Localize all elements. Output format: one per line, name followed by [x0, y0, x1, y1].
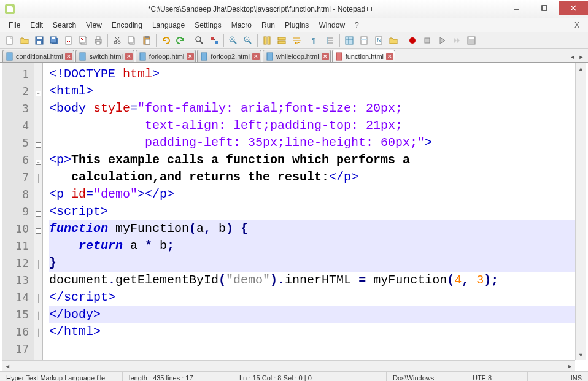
- code-line[interactable]: padding-left: 35px;line-height: 60px;">: [49, 134, 586, 152]
- replace-icon[interactable]: [207, 34, 221, 47]
- save-icon[interactable]: [33, 34, 46, 47]
- line-number: 7: [2, 169, 29, 186]
- close-file-icon[interactable]: [62, 34, 75, 47]
- stop-macro-icon[interactable]: [420, 34, 434, 47]
- fold-marker[interactable]: −: [34, 152, 42, 169]
- tab-label: whileloop.html: [276, 53, 319, 60]
- tab-close-icon[interactable]: ✕: [125, 53, 133, 60]
- maximize-button[interactable]: [530, 1, 559, 15]
- zoom-out-icon[interactable]: [241, 34, 255, 47]
- cut-icon[interactable]: [110, 34, 124, 47]
- zoom-in-icon[interactable]: [226, 34, 240, 47]
- code-line[interactable]: text-align: left;padding-top: 21px;: [49, 117, 586, 134]
- svg-rect-52: [346, 37, 353, 44]
- save-macro-icon[interactable]: [465, 34, 478, 47]
- sync-h-icon[interactable]: [275, 34, 288, 47]
- tab-close-icon[interactable]: ✕: [187, 53, 194, 60]
- redo-icon[interactable]: [174, 34, 187, 47]
- code-area[interactable]: <!DOCTYPE html><html><body style="font-f…: [43, 63, 586, 371]
- code-line[interactable]: <!DOCTYPE html>: [49, 66, 586, 83]
- code-line[interactable]: </body>: [49, 306, 586, 323]
- undo-icon[interactable]: [159, 34, 172, 47]
- scroll-right-icon[interactable]: ►: [565, 361, 575, 371]
- code-line[interactable]: return a * b;: [49, 237, 586, 255]
- horizontal-scrollbar[interactable]: ◄ ►: [2, 360, 575, 371]
- doc-map-icon[interactable]: [357, 34, 371, 47]
- toolbar-separator: [403, 34, 403, 47]
- paste-icon[interactable]: [140, 34, 153, 47]
- tab-switch[interactable]: switch.html✕: [75, 50, 134, 62]
- tab-close-icon[interactable]: ✕: [386, 53, 393, 60]
- menu-plugins[interactable]: Plugins: [280, 20, 314, 31]
- code-line[interactable]: [49, 341, 586, 358]
- close-button[interactable]: [559, 1, 588, 15]
- print-icon[interactable]: [91, 34, 105, 47]
- lang-icon[interactable]: [342, 34, 356, 47]
- window-title: *C:\Users\Sandeep Jha\Desktop\javascript…: [20, 5, 502, 13]
- fold-marker[interactable]: −: [34, 203, 42, 220]
- code-line[interactable]: <body style="font-family: arial;font-siz…: [49, 100, 586, 117]
- scroll-left-icon[interactable]: ◄: [2, 361, 13, 371]
- code-line[interactable]: </script>: [49, 289, 586, 306]
- tab-forloop2[interactable]: forloop2.html✕: [197, 50, 261, 62]
- svg-rect-63: [7, 53, 12, 60]
- menu-macro[interactable]: Macro: [226, 20, 257, 31]
- close-all-icon[interactable]: [77, 34, 90, 47]
- svg-rect-41: [264, 37, 266, 44]
- new-file-icon[interactable]: [3, 34, 17, 47]
- menu-view[interactable]: View: [81, 20, 107, 31]
- save-all-icon[interactable]: [47, 34, 61, 47]
- scroll-up-icon[interactable]: ▲: [576, 63, 586, 74]
- code-line[interactable]: calculation,and returns the result:</p>: [49, 169, 586, 186]
- code-line[interactable]: <html>: [49, 83, 586, 100]
- code-line[interactable]: function myFunction(a, b) {: [49, 220, 586, 237]
- func-list-icon[interactable]: fx: [372, 34, 385, 47]
- play-multi-icon[interactable]: [450, 34, 463, 47]
- open-file-icon[interactable]: [18, 34, 31, 47]
- code-line[interactable]: </html>: [49, 323, 586, 341]
- copy-icon[interactable]: [125, 34, 139, 47]
- menu-encoding[interactable]: Encoding: [107, 20, 147, 31]
- fold-marker[interactable]: −: [34, 134, 42, 152]
- wrap-icon[interactable]: [290, 34, 303, 47]
- code-line[interactable]: <p id="demo"></p>: [49, 186, 586, 203]
- code-line[interactable]: }: [49, 255, 586, 272]
- menu-edit[interactable]: Edit: [25, 20, 48, 31]
- fold-marker[interactable]: −: [34, 83, 42, 100]
- menu-search[interactable]: Search: [48, 20, 81, 31]
- tab-close-icon[interactable]: ✕: [65, 53, 72, 60]
- code-line[interactable]: <script>: [49, 203, 586, 220]
- fold-marker[interactable]: −: [34, 220, 42, 237]
- sync-v-icon[interactable]: [260, 34, 274, 47]
- menu-help[interactable]: ?: [350, 20, 364, 31]
- minimize-button[interactable]: [502, 1, 530, 15]
- folder-tree-icon[interactable]: [387, 34, 400, 47]
- tab-label: conditional.html: [16, 53, 63, 60]
- tab-close-icon[interactable]: ✕: [252, 53, 260, 60]
- menu-window[interactable]: Window: [314, 20, 350, 31]
- menubar-close-icon[interactable]: X: [570, 21, 584, 29]
- tab-function[interactable]: function.html✕: [332, 50, 395, 62]
- record-macro-icon[interactable]: [406, 34, 419, 47]
- find-icon[interactable]: [193, 34, 206, 47]
- tab-bar: conditional.html✕ switch.html✕ forloop.h…: [0, 49, 588, 63]
- tab-forloop[interactable]: forloop.html✕: [136, 50, 196, 62]
- tab-conditional[interactable]: conditional.html✕: [2, 50, 74, 62]
- code-line[interactable]: <p>This example calls a function which p…: [49, 152, 586, 169]
- tab-nav-left-icon[interactable]: ◄: [568, 52, 577, 62]
- menu-settings[interactable]: Settings: [190, 20, 226, 31]
- vertical-scrollbar[interactable]: ▲ ▼: [575, 63, 586, 360]
- tab-close-icon[interactable]: ✕: [322, 53, 329, 60]
- show-chars-icon[interactable]: ¶: [309, 34, 322, 47]
- menu-run[interactable]: Run: [257, 20, 280, 31]
- menu-file[interactable]: File: [4, 20, 25, 31]
- code-line[interactable]: document.getElementById("demo").innerHTM…: [49, 272, 586, 289]
- tab-nav-right-icon[interactable]: ►: [577, 52, 586, 62]
- status-encoding: UTF-8: [466, 372, 528, 381]
- scroll-down-icon[interactable]: ▼: [576, 350, 586, 360]
- menu-language[interactable]: Language: [147, 20, 190, 31]
- play-macro-icon[interactable]: [435, 34, 449, 47]
- indent-guide-icon[interactable]: [323, 34, 337, 47]
- titlebar: *C:\Users\Sandeep Jha\Desktop\javascript…: [0, 0, 588, 18]
- tab-whileloop[interactable]: whileloop.html✕: [263, 50, 331, 62]
